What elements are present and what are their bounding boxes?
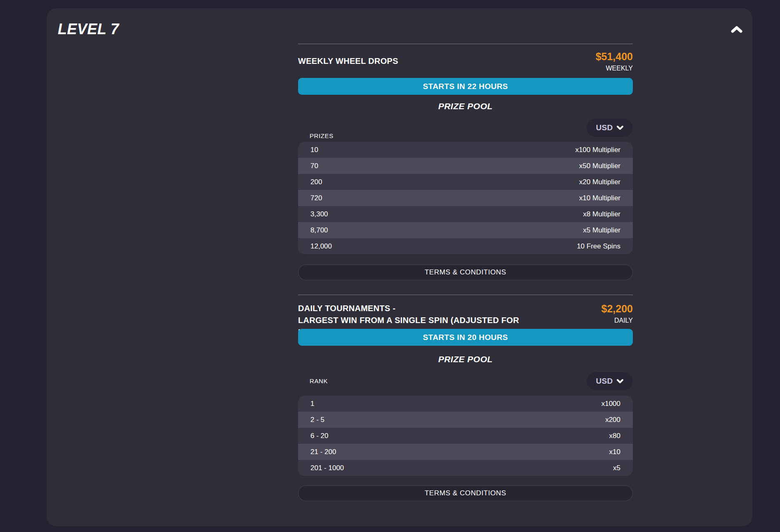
row-prize-value: 10 [310, 146, 318, 154]
page: { "panel": { "title": "LEVEL 7", "icons"… [0, 0, 780, 532]
table-row: 2 - 5 x200 [298, 412, 633, 428]
row-reward-value: x1000 [601, 400, 620, 408]
prize-pool-heading: PRIZE POOL [298, 101, 633, 111]
rank-column-label: RANK [310, 377, 328, 385]
rank-table: 1 x1000 2 - 5 x200 6 - 20 x80 21 - 200 x… [298, 396, 633, 476]
terms-and-conditions-button[interactable]: TERMS & CONDITIONS [298, 265, 633, 280]
currency-dropdown[interactable]: USD [587, 372, 633, 390]
row-reward-value: x100 Multiplier [575, 146, 620, 154]
row-prize-value: 12,000 [310, 242, 332, 251]
level-title: LEVEL 7 [58, 21, 119, 38]
starts-in-button[interactable]: STARTS IN 22 HOURS [298, 78, 633, 95]
chevron-up-icon [731, 26, 743, 34]
row-prize-value: 3,300 [310, 210, 328, 218]
row-reward-value: x200 [605, 416, 620, 424]
row-reward-value: x50 Multiplier [579, 162, 620, 170]
tournament-title: WEEKLY WHEEL DROPS [298, 55, 529, 67]
currency-value: USD [596, 377, 613, 386]
chevron-down-icon [616, 125, 624, 130]
prize-period: DAILY [504, 316, 633, 325]
row-reward-value: x20 Multiplier [579, 178, 620, 186]
row-prize-value: 200 [310, 178, 322, 186]
row-rank-value: 21 - 200 [310, 448, 336, 456]
section-divider [298, 44, 633, 44]
row-reward-value: x5 [613, 464, 620, 472]
row-rank-value: 2 - 5 [310, 416, 324, 424]
table-row: 6 - 20 x80 [298, 428, 633, 444]
table-row: 201 - 1000 x5 [298, 460, 633, 476]
prize-period: WEEKLY [504, 64, 633, 73]
table-row: 1 x1000 [298, 396, 633, 412]
prize-pool-heading: PRIZE POOL [298, 354, 633, 364]
row-prize-value: 8,700 [310, 226, 328, 234]
row-reward-value: x10 [609, 448, 620, 456]
row-rank-value: 201 - 1000 [310, 464, 344, 472]
table-row: 3,300 x8 Multiplier [298, 206, 633, 222]
row-reward-value: 10 Free Spins [577, 242, 620, 251]
tournament-title-line1: DAILY TOURNAMENTS - [298, 302, 529, 314]
row-reward-value: x80 [609, 432, 620, 440]
row-prize-value: 70 [310, 162, 318, 170]
table-row: 21 - 200 x10 [298, 444, 633, 460]
prizes-column-label: PRIZES [310, 132, 334, 140]
row-rank-value: 1 [310, 400, 314, 408]
prize-amount: $51,400 [504, 51, 633, 62]
chevron-down-icon [616, 379, 624, 384]
table-row: 70 x50 Multiplier [298, 158, 633, 174]
currency-dropdown[interactable]: USD [587, 119, 633, 137]
table-row: 10 x100 Multiplier [298, 142, 633, 158]
row-reward-value: x8 Multiplier [583, 210, 620, 218]
row-rank-value: 6 - 20 [310, 432, 328, 440]
table-row: 200 x20 Multiplier [298, 174, 633, 190]
level-card: LEVEL 7 WEEKLY WHEEL DROPS $51,400 WEEKL… [47, 8, 752, 526]
row-reward-value: x5 Multiplier [583, 226, 620, 234]
prize-amount: $2,200 [504, 303, 633, 314]
table-row: 12,000 10 Free Spins [298, 238, 633, 254]
starts-in-button[interactable]: STARTS IN 20 HOURS [298, 329, 633, 346]
collapse-button[interactable] [727, 20, 747, 40]
currency-value: USD [596, 123, 613, 132]
table-row: 8,700 x5 Multiplier [298, 222, 633, 238]
row-prize-value: 720 [310, 194, 322, 202]
row-reward-value: x10 Multiplier [579, 194, 620, 202]
terms-and-conditions-button[interactable]: TERMS & CONDITIONS [298, 485, 633, 501]
prizes-table: 10 x100 Multiplier 70 x50 Multiplier 200… [298, 142, 633, 254]
section-divider [298, 295, 633, 295]
table-row: 720 x10 Multiplier [298, 190, 633, 206]
